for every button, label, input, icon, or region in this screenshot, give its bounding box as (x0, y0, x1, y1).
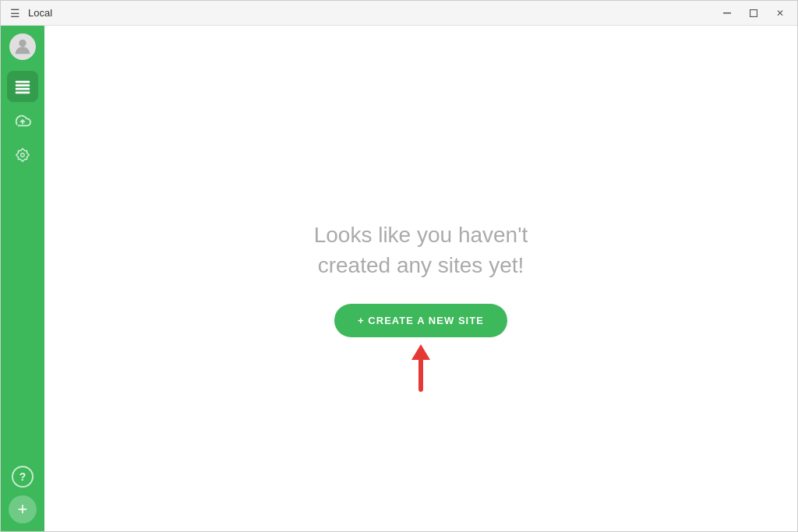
close-button[interactable]: ✕ (769, 5, 791, 21)
minimize-button[interactable] (716, 5, 738, 21)
sidebar-item-extensions[interactable] (7, 139, 38, 171)
sidebar: ? + (1, 26, 44, 531)
empty-state-message: Looks like you haven't created any sites… (314, 220, 528, 280)
add-site-button[interactable]: + (9, 495, 37, 523)
main-content: Looks like you haven't created any sites… (44, 26, 797, 531)
svg-rect-4 (16, 84, 30, 86)
arrow-annotation (411, 344, 430, 392)
app-window: ☰ Local ✕ (0, 0, 798, 532)
svg-point-2 (19, 40, 26, 47)
create-site-button[interactable]: + CREATE A NEW SITE (334, 304, 507, 337)
avatar-icon (12, 36, 34, 58)
titlebar-title: Local (28, 7, 52, 19)
cloud-icon (14, 112, 31, 129)
app-body: ? + Looks like you haven't created any s… (1, 26, 797, 531)
sidebar-item-cloud[interactable] (7, 105, 38, 136)
titlebar: ☰ Local ✕ (1, 1, 797, 26)
titlebar-controls: ✕ (716, 5, 791, 21)
svg-rect-3 (16, 81, 30, 83)
extensions-icon (14, 146, 31, 164)
sidebar-bottom: ? + (9, 466, 37, 523)
help-button[interactable]: ? (12, 466, 34, 488)
svg-rect-6 (16, 91, 30, 93)
empty-state: Looks like you haven't created any sites… (314, 220, 528, 337)
sites-icon (14, 78, 31, 95)
sidebar-item-sites[interactable] (7, 71, 38, 102)
arrow-shaft (418, 357, 423, 392)
svg-rect-1 (750, 9, 757, 16)
menu-icon[interactable]: ☰ (10, 7, 20, 19)
maximize-button[interactable] (743, 5, 764, 21)
svg-point-7 (21, 153, 25, 157)
sidebar-nav (7, 71, 38, 466)
svg-rect-0 (723, 12, 731, 14)
svg-rect-5 (16, 88, 30, 90)
titlebar-left: ☰ Local (10, 7, 52, 19)
user-avatar[interactable] (9, 33, 36, 60)
